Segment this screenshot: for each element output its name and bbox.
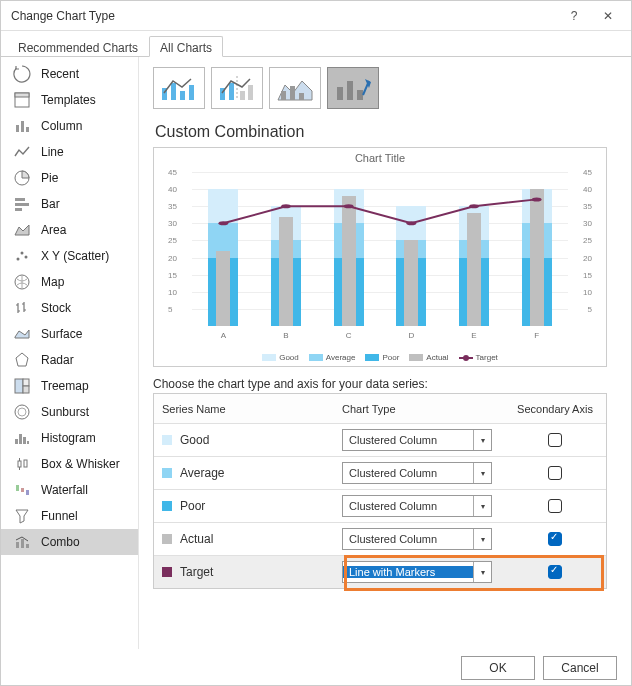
series-row-poor[interactable]: PoorClustered Column▾: [154, 490, 606, 523]
secondary-axis-checkbox[interactable]: [548, 466, 562, 480]
svg-rect-39: [248, 85, 253, 100]
combo-subtype-3[interactable]: [269, 67, 321, 109]
series-name-label: Average: [180, 466, 224, 480]
series-color-swatch: [162, 534, 172, 544]
chart-type-dropdown[interactable]: Clustered Column▾: [342, 429, 492, 451]
sidebar-item-funnel[interactable]: Funnel: [1, 503, 138, 529]
secondary-axis-checkbox[interactable]: [548, 499, 562, 513]
dialog-footer: OK Cancel: [1, 649, 631, 686]
series-color-swatch: [162, 435, 172, 445]
help-icon[interactable]: ?: [559, 6, 589, 26]
svg-marker-13: [16, 353, 28, 366]
svg-point-46: [218, 221, 228, 225]
series-table: Series Name Chart Type Secondary Axis Go…: [153, 393, 607, 589]
chevron-down-icon[interactable]: ▾: [473, 463, 491, 483]
svg-rect-4: [26, 127, 29, 132]
sidebar-item-scatter[interactable]: X Y (Scatter): [1, 243, 138, 269]
series-header-name: Series Name: [162, 403, 342, 415]
svg-rect-40: [281, 91, 286, 100]
series-row-good[interactable]: GoodClustered Column▾: [154, 424, 606, 457]
sidebar-item-line[interactable]: Line: [1, 139, 138, 165]
svg-rect-30: [26, 544, 29, 548]
recent-icon: [13, 65, 31, 83]
svg-point-10: [21, 252, 24, 255]
chevron-down-icon[interactable]: ▾: [473, 496, 491, 516]
sidebar-item-recent[interactable]: Recent: [1, 61, 138, 87]
svg-point-17: [15, 405, 29, 419]
svg-rect-1: [15, 93, 29, 97]
svg-rect-33: [180, 91, 185, 100]
svg-rect-15: [23, 379, 29, 386]
svg-rect-21: [23, 437, 26, 444]
close-icon[interactable]: ✕: [593, 6, 623, 26]
treemap-icon: [13, 377, 31, 395]
chart-preview[interactable]: Chart Title 5510101515202025253030353540…: [153, 147, 607, 367]
chevron-down-icon[interactable]: ▾: [473, 529, 491, 549]
tab-recommended[interactable]: Recommended Charts: [7, 36, 149, 57]
series-row-target[interactable]: TargetLine with Markers▾: [154, 556, 606, 588]
sidebar-item-pie[interactable]: Pie: [1, 165, 138, 191]
combo-subtype-4-custom[interactable]: [327, 67, 379, 109]
svg-point-49: [406, 221, 416, 225]
chart-type-dropdown[interactable]: Line with Markers▾: [342, 561, 492, 583]
sidebar-item-stock[interactable]: Stock: [1, 295, 138, 321]
secondary-axis-checkbox[interactable]: [548, 433, 562, 447]
surface-icon: [13, 325, 31, 343]
svg-rect-26: [21, 488, 24, 492]
title-bar: Change Chart Type ? ✕: [1, 1, 631, 31]
chevron-down-icon[interactable]: ▾: [473, 562, 491, 582]
sidebar-item-map[interactable]: Map: [1, 269, 138, 295]
ok-button[interactable]: OK: [461, 656, 535, 680]
series-name-label: Poor: [180, 499, 205, 513]
svg-point-9: [17, 258, 20, 261]
series-row-actual[interactable]: ActualClustered Column▾: [154, 523, 606, 556]
tab-all-charts[interactable]: All Charts: [149, 36, 223, 57]
sidebar-item-sunburst[interactable]: Sunburst: [1, 399, 138, 425]
chart-type-sidebar: Recent Templates Column Line Pie Bar Are…: [1, 57, 139, 649]
svg-rect-42: [299, 93, 304, 100]
chart-type-dropdown[interactable]: Clustered Column▾: [342, 495, 492, 517]
sidebar-item-treemap[interactable]: Treemap: [1, 373, 138, 399]
series-name-label: Actual: [180, 532, 213, 546]
chart-type-dropdown[interactable]: Clustered Column▾: [342, 528, 492, 550]
svg-rect-8: [15, 208, 22, 211]
secondary-axis-checkbox[interactable]: [548, 532, 562, 546]
cancel-button[interactable]: Cancel: [543, 656, 617, 680]
series-row-average[interactable]: AverageClustered Column▾: [154, 457, 606, 490]
sidebar-item-radar[interactable]: Radar: [1, 347, 138, 373]
window-controls: ? ✕: [559, 6, 623, 26]
svg-rect-23: [18, 461, 21, 467]
histogram-icon: [13, 429, 31, 447]
svg-rect-19: [15, 439, 18, 444]
series-header-type: Chart Type: [342, 403, 512, 415]
subtype-title: Custom Combination: [155, 123, 619, 141]
sidebar-item-area[interactable]: Area: [1, 217, 138, 243]
chevron-down-icon[interactable]: ▾: [473, 430, 491, 450]
sidebar-item-histogram[interactable]: Histogram: [1, 425, 138, 451]
chart-type-dropdown[interactable]: Clustered Column▾: [342, 462, 492, 484]
sidebar-item-templates[interactable]: Templates: [1, 87, 138, 113]
sidebar-item-waterfall[interactable]: Waterfall: [1, 477, 138, 503]
series-name-label: Target: [180, 565, 213, 579]
svg-rect-25: [16, 485, 19, 491]
sidebar-item-boxwhisker[interactable]: Box & Whisker: [1, 451, 138, 477]
funnel-icon: [13, 507, 31, 525]
sidebar-item-combo[interactable]: Combo: [1, 529, 138, 555]
svg-rect-28: [16, 542, 19, 548]
secondary-axis-checkbox[interactable]: [548, 565, 562, 579]
svg-point-50: [469, 204, 479, 208]
pie-icon: [13, 169, 31, 187]
series-color-swatch: [162, 501, 172, 511]
boxwhisker-icon: [13, 455, 31, 473]
map-icon: [13, 273, 31, 291]
svg-rect-44: [347, 81, 353, 100]
svg-rect-45: [357, 90, 363, 100]
sidebar-item-column[interactable]: Column: [1, 113, 138, 139]
sidebar-item-surface[interactable]: Surface: [1, 321, 138, 347]
combo-subtype-2[interactable]: [211, 67, 263, 109]
svg-rect-16: [23, 386, 29, 393]
sunburst-icon: [13, 403, 31, 421]
combo-subtype-1[interactable]: [153, 67, 205, 109]
svg-rect-22: [27, 441, 29, 444]
sidebar-item-bar[interactable]: Bar: [1, 191, 138, 217]
